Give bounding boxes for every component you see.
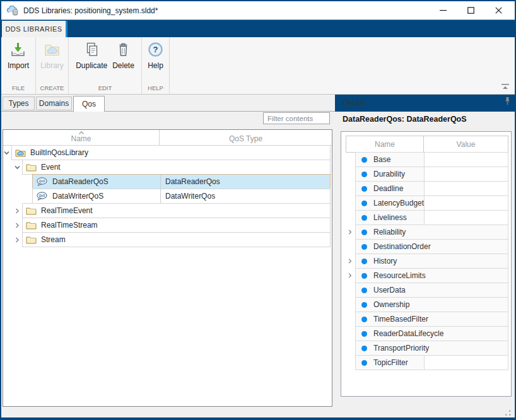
property-name: Durability [373,170,405,178]
group-label-edit: EDIT [69,85,141,91]
dds-libraries-window: DDS Libraries: positioning_system.sldd* … [0,0,516,420]
import-icon [9,41,26,58]
tab-domains[interactable]: Domains [36,96,72,110]
blue-dot-icon [361,157,367,163]
property-name: ReaderDataLifecycle [373,329,443,338]
tree-header: Name QoS Type [3,130,332,146]
help-button[interactable]: ? Help [144,41,167,70]
tree-body: BuiltInQosLibraryEventQoSDataReaderQoSDa… [3,145,332,247]
chevron-right-icon[interactable] [14,222,21,229]
svg-text:?: ? [153,45,158,54]
maximize-button[interactable] [457,1,484,20]
property-row[interactable]: TimeBasedFilter [346,312,508,327]
pin-icon[interactable] [505,96,510,105]
library-icon [44,41,61,58]
blue-dot-icon [361,230,367,235]
tree-row-label: DataReaderQoS [52,177,108,186]
property-value-cell[interactable] [424,196,508,210]
property-row[interactable]: Liveliness [346,210,508,225]
property-row[interactable]: Deadline [346,181,508,196]
chevron-right-icon[interactable] [347,258,353,264]
property-row[interactable]: Ownership [346,297,508,312]
tree-row[interactable]: RealTimeEvent [22,203,331,218]
library-button[interactable]: Library [38,41,66,70]
tree-row[interactable]: RealTimeStream [22,218,331,233]
chevron-right-icon[interactable] [347,272,353,279]
property-value-cell[interactable] [424,211,508,225]
window-title: DDS Libraries: positioning_system.sldd* [23,6,158,15]
qos-icon: QoS [36,177,48,187]
property-table-header: Name Value [346,136,508,153]
ribbon-tab-dds-libraries[interactable]: DDS LIBRARIES [2,21,67,37]
chevron-right-icon[interactable] [14,236,21,243]
property-value-cell[interactable] [424,167,508,181]
svg-text:QoS: QoS [39,194,45,197]
tree-row[interactable]: Event [22,160,331,175]
sort-ascending-icon [78,131,85,135]
tab-types[interactable]: Types [3,96,35,110]
chevron-down-icon[interactable] [14,164,21,171]
column-header-qos-type[interactable]: QoS Type [160,130,332,145]
property-row[interactable]: UserData [346,283,508,298]
filter-contents-input[interactable] [263,112,330,124]
tree-row[interactable]: BuiltInQosLibrary [11,145,331,160]
duplicate-icon [83,41,100,58]
tree-row[interactable]: QoSDataReaderQoSDataReaderQos [32,174,331,189]
property-value-cell[interactable] [424,153,508,166]
property-name: TopicFilter [373,358,408,367]
view-tab-bar: Types Domains Qos [1,95,335,112]
tree-row-label: Stream [41,235,66,244]
property-column-name: Name [346,136,424,152]
column-header-name[interactable]: Name [3,130,160,145]
property-name: UserData [373,286,406,295]
group-label-help: HELP [142,85,169,91]
property-value-cell[interactable] [424,356,508,370]
tab-qos[interactable]: Qos [73,96,105,112]
tree-row[interactable]: Stream [22,232,331,247]
chevron-right-icon[interactable] [347,229,353,235]
qos-type-cell: DataWriterQos [160,189,330,203]
property-row[interactable]: DestinationOrder [346,239,508,254]
resize-grip[interactable] [505,410,511,416]
property-row[interactable]: ReaderDataLifecycle [346,326,508,341]
property-name: ResourceLimits [373,271,426,280]
property-name: LatencyBudget [373,199,424,207]
property-name: Base [373,155,390,164]
property-row[interactable]: TransportPriority [346,341,508,356]
minimize-button[interactable] [429,1,457,20]
property-name: Reliability [373,228,406,236]
duplicate-button[interactable]: Duplicate [73,41,110,70]
property-row[interactable]: Reliability [346,225,508,240]
chevron-down-icon[interactable] [3,149,10,156]
delete-button[interactable]: Delete [110,41,137,70]
help-icon: ? [147,41,164,58]
property-row[interactable]: TopicFilter [346,355,508,370]
property-table: Name Value BaseDurabilityDeadlineLatency… [346,136,508,370]
app-cloud-database-icon [6,5,19,16]
details-heading: DataReaderQos: DataReaderQoS [343,115,467,124]
qos-tree-panel: Name QoS Type BuiltInQosLibraryEventQoSD… [3,129,332,407]
property-row[interactable]: ResourceLimits [346,268,508,283]
chevron-right-icon[interactable] [14,207,21,214]
close-button[interactable] [484,1,512,20]
tree-row-label: RealTimeStream [41,221,98,230]
tree-row[interactable]: QoSDataWriterQoSDataWriterQos [32,189,331,204]
folder-icon [26,221,37,230]
property-row[interactable]: History [346,254,508,269]
qos-type-cell: DataReaderQos [160,175,330,189]
tree-row-label: Event [41,163,61,172]
property-row[interactable]: Base [346,152,508,167]
property-row[interactable]: LatencyBudget [346,195,508,211]
ribbon-tab-band: DDS LIBRARIES [1,20,515,37]
property-name: TimeBasedFilter [373,315,428,324]
qos-icon: QoS [36,192,48,201]
property-name: DestinationOrder [373,242,431,251]
property-name: Liveliness [373,213,407,222]
tree-row-label: RealTimeEvent [41,206,93,215]
import-button[interactable]: Import [5,41,32,70]
property-name: Ownership [373,300,409,309]
property-value-cell[interactable] [424,182,508,195]
property-row[interactable]: Durability [346,166,508,182]
collapse-toolstrip-icon[interactable] [501,83,510,90]
tree-row-label: BuiltInQosLibrary [30,148,88,157]
